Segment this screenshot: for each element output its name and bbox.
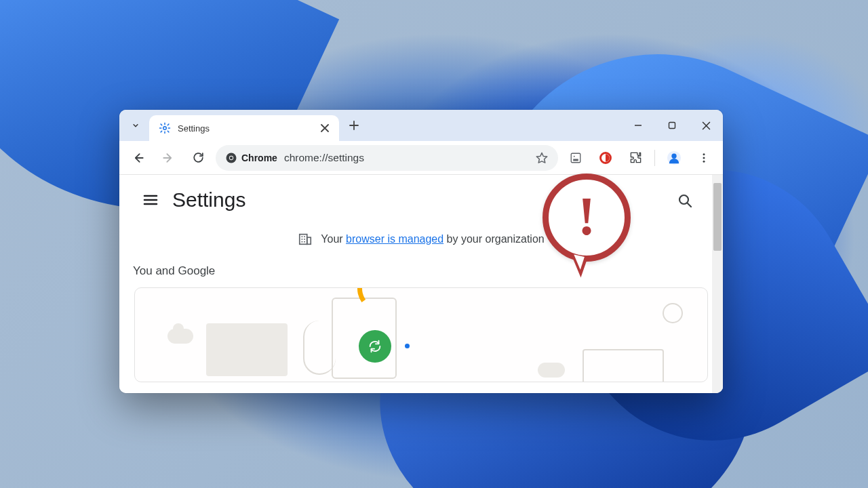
close-window-button[interactable] [689, 110, 723, 141]
site-chip: Chrome [225, 152, 277, 164]
extension-png-icon[interactable] [564, 146, 588, 170]
browser-toolbar: Chrome chrome://settings [119, 141, 723, 175]
svg-point-11 [703, 153, 705, 155]
svg-rect-1 [669, 123, 675, 129]
reload-button[interactable] [186, 146, 210, 170]
settings-gear-icon [159, 122, 171, 134]
url-text: chrome://settings [284, 152, 364, 164]
decor-circle-outline-icon [663, 303, 683, 323]
extension-adblock-icon[interactable] [593, 146, 618, 170]
profile-avatar-button[interactable] [662, 146, 686, 170]
tab-title: Settings [178, 123, 210, 134]
svg-rect-15 [300, 235, 307, 245]
decor-sync-circle-icon [359, 330, 391, 363]
annotation-callout: ! [542, 174, 637, 268]
new-tab-button[interactable] [343, 115, 365, 136]
svg-point-0 [163, 127, 167, 130]
hamburger-menu-button[interactable] [142, 192, 159, 208]
managed-text: Your browser is managed by your organiza… [321, 233, 544, 245]
bookmark-star-icon[interactable] [535, 151, 549, 165]
minimize-button[interactable] [621, 110, 655, 141]
toolbar-divider [654, 150, 655, 166]
managed-link[interactable]: browser is managed [346, 233, 443, 245]
svg-point-10 [671, 153, 676, 158]
svg-point-12 [703, 157, 705, 159]
exclamation-callout-icon: ! [542, 174, 631, 262]
chrome-icon [225, 152, 237, 164]
titlebar: Settings [119, 110, 723, 141]
extensions-button[interactable] [623, 146, 648, 170]
svg-rect-6 [573, 159, 578, 161]
decor-dot-icon [405, 344, 410, 348]
search-tabs-button[interactable] [122, 113, 149, 138]
site-chip-label: Chrome [241, 152, 277, 163]
address-bar[interactable]: Chrome chrome://settings [216, 145, 558, 171]
svg-point-4 [230, 156, 233, 159]
decor-squiggle-icon [303, 321, 336, 375]
svg-rect-16 [307, 237, 311, 244]
svg-point-13 [703, 160, 705, 162]
chrome-menu-button[interactable] [692, 146, 716, 170]
window-controls [621, 110, 723, 141]
sync-promo-card[interactable] [134, 287, 708, 382]
scrollbar[interactable] [712, 175, 723, 393]
maximize-button[interactable] [655, 110, 689, 141]
page-title: Settings [172, 188, 245, 211]
decor-laptop-outline-icon [583, 349, 664, 382]
search-settings-button[interactable] [677, 192, 693, 209]
decor-cloud2-icon [538, 363, 565, 378]
close-tab-button[interactable] [317, 121, 332, 136]
svg-rect-5 [571, 153, 580, 163]
svg-point-14 [679, 195, 688, 204]
back-button[interactable] [126, 146, 151, 170]
scrollbar-thumb[interactable] [713, 183, 722, 251]
svg-point-7 [574, 155, 575, 157]
tab-settings[interactable]: Settings [149, 115, 339, 141]
managed-org-icon [298, 232, 313, 247]
forward-button[interactable] [156, 146, 180, 170]
